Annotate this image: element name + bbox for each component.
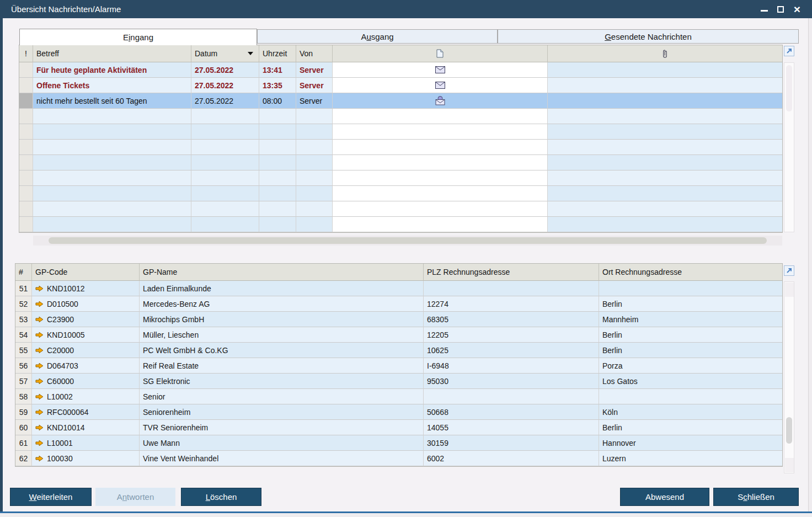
customers-scroll-thumb[interactable] — [786, 417, 792, 444]
plz-cell: 30159 — [424, 435, 599, 451]
message-row[interactable]: Für heute geplante Aktivitäten 27.05.202… — [19, 62, 782, 78]
row-number-cell: 61 — [15, 435, 32, 451]
gp-code-cell: L10002 — [32, 389, 140, 404]
empty-row — [19, 201, 782, 217]
von-cell: Server — [296, 78, 333, 93]
status-cell — [333, 93, 548, 109]
loeschen-button[interactable]: Löschen — [181, 488, 261, 506]
row-number-cell: 57 — [15, 374, 32, 389]
gp-name-cell: Senior — [140, 389, 424, 404]
minimize-button[interactable] — [757, 0, 771, 18]
link-arrow-icon[interactable] — [35, 316, 44, 323]
link-arrow-icon[interactable] — [35, 424, 44, 431]
messages-scroll-thumb[interactable] — [786, 65, 792, 111]
col-header-uhrzeit[interactable]: Uhrzeit — [259, 45, 296, 62]
gp-name-cell: Müller, Lieschen — [140, 327, 424, 343]
betreff-cell: Für heute geplante Aktivitäten — [33, 62, 191, 78]
link-arrow-icon[interactable] — [35, 409, 44, 415]
ort-cell: Hannover — [599, 435, 782, 451]
tab-gesendete-nachrichten[interactable]: Gesendete Nachrichten — [498, 29, 799, 44]
scroll-up-area[interactable] — [785, 283, 794, 297]
betreff-cell: nicht mehr bestellt seit 60 Tagen — [33, 93, 191, 109]
link-arrow-icon[interactable] — [35, 363, 44, 369]
ort-cell: Los Gatos — [599, 374, 782, 389]
datum-cell: 27.05.2022 — [191, 93, 259, 109]
customer-row[interactable]: 51 KND10012 Laden Einmalkunde — [15, 281, 782, 296]
customer-row[interactable]: 60 KND10014 TVR Seniorenheim 14055 Berli… — [15, 420, 782, 435]
message-row[interactable]: Offene Tickets 27.05.2022 13:35 Server — [19, 78, 782, 93]
messages-horizontal-scrollbar[interactable] — [33, 236, 782, 246]
tab-eingang-label: Eingang — [123, 33, 153, 42]
link-arrow-icon[interactable] — [35, 393, 44, 400]
col-header-num[interactable]: # — [15, 264, 32, 281]
ort-cell: Berlin — [599, 420, 782, 435]
customer-row[interactable]: 58 L10002 Senior — [15, 389, 782, 404]
link-arrow-icon[interactable] — [35, 301, 44, 307]
col-header-betreff[interactable]: Betreff — [33, 45, 191, 62]
weiterleiten-button[interactable]: Weiterleiten — [10, 488, 92, 506]
col-header-document[interactable] — [333, 45, 548, 62]
tab-eingang[interactable]: Eingang — [19, 29, 257, 45]
messages-header-row: ! Betreff Datum Uhrzeit Von — [19, 45, 782, 62]
document-icon — [436, 49, 444, 58]
col-header-datum[interactable]: Datum — [191, 45, 259, 62]
col-header-plz[interactable]: PLZ Rechnungsadresse — [424, 264, 599, 281]
customer-row[interactable]: 53 C23900 Mikrochips GmbH 68305 Mannheim — [15, 312, 782, 327]
gp-code-cell: 100030 — [32, 451, 140, 466]
urgent-cell — [19, 62, 33, 78]
customer-row[interactable]: 55 C20000 PC Welt GmbH & Co.KG 10625 Ber… — [15, 343, 782, 358]
customers-table: # GP-Code GP-Name PLZ Rechnungsadresse O… — [15, 264, 782, 466]
gp-code-cell: D064703 — [32, 358, 140, 374]
plz-cell: 14055 — [424, 420, 599, 435]
gp-code-cell: RFC000064 — [32, 404, 140, 420]
urgent-cell — [19, 78, 33, 93]
message-row-selected[interactable]: nicht mehr bestellt seit 60 Tagen 27.05.… — [19, 93, 782, 109]
plz-cell: 10625 — [424, 343, 599, 358]
col-header-urgent[interactable]: ! — [19, 45, 33, 62]
customer-row[interactable]: 54 KND10005 Müller, Lieschen 12205 Berli… — [15, 327, 782, 343]
customer-row[interactable]: 52 D010500 Mercedes-Benz AG 12274 Berlin — [15, 296, 782, 312]
link-arrow-icon[interactable] — [35, 440, 44, 446]
plz-cell: 95030 — [424, 374, 599, 389]
empty-row — [19, 217, 782, 232]
col-header-gp-code[interactable]: GP-Code — [32, 264, 140, 281]
messages-hscroll-thumb[interactable] — [49, 237, 767, 244]
col-header-ort[interactable]: Ort Rechnungsadresse — [599, 264, 782, 281]
customers-expand-button[interactable] — [784, 265, 794, 276]
ort-cell: Berlin — [599, 296, 782, 312]
link-arrow-icon[interactable] — [35, 347, 44, 354]
uhrzeit-cell: 13:41 — [259, 62, 296, 78]
plz-cell: 12205 — [424, 327, 599, 343]
closed-envelope-icon — [435, 66, 445, 73]
row-selector-cell — [19, 93, 33, 109]
customer-row[interactable]: 59 RFC000064 Seniorenheim 50668 Köln — [15, 404, 782, 420]
plz-cell: I-6948 — [424, 358, 599, 374]
messages-vertical-scrollbar[interactable] — [784, 62, 794, 232]
link-arrow-icon[interactable] — [35, 285, 44, 292]
tab-ausgang[interactable]: Ausgang — [257, 29, 498, 44]
von-cell: Server — [296, 62, 333, 78]
link-arrow-icon[interactable] — [35, 455, 44, 462]
customer-row[interactable]: 56 D064703 Reif Real Estate I-6948 Porza — [15, 358, 782, 374]
customer-row[interactable]: 61 L10001 Uwe Mann 30159 Hannover — [15, 435, 782, 451]
customer-row[interactable]: 62 100030 Vine Vent Weinhandel 6002 Luze… — [15, 451, 782, 466]
row-number-cell: 62 — [15, 451, 32, 466]
col-header-attachment[interactable] — [548, 45, 782, 62]
link-arrow-icon[interactable] — [35, 332, 44, 338]
gp-name-cell: TVR Seniorenheim — [140, 420, 424, 435]
customer-row[interactable]: 57 C60000 SG Elektronic 95030 Los Gatos — [15, 374, 782, 389]
customers-vertical-scrollbar[interactable] — [784, 281, 794, 473]
link-arrow-icon[interactable] — [35, 378, 44, 385]
close-button[interactable]: × — [790, 0, 804, 18]
maximize-button[interactable] — [773, 0, 788, 18]
betreff-cell: Offene Tickets — [33, 78, 191, 93]
col-header-von[interactable]: Von — [296, 45, 333, 62]
col-header-gp-name[interactable]: GP-Name — [140, 264, 424, 281]
schliessen-button[interactable]: Schließen — [713, 488, 799, 506]
close-icon: × — [794, 0, 800, 18]
abwesend-button[interactable]: Abwesend — [620, 488, 709, 506]
status-cell — [333, 78, 548, 93]
window-right-border — [808, 18, 812, 511]
messages-expand-button[interactable] — [784, 46, 794, 56]
scroll-down-area[interactable] — [785, 458, 794, 472]
